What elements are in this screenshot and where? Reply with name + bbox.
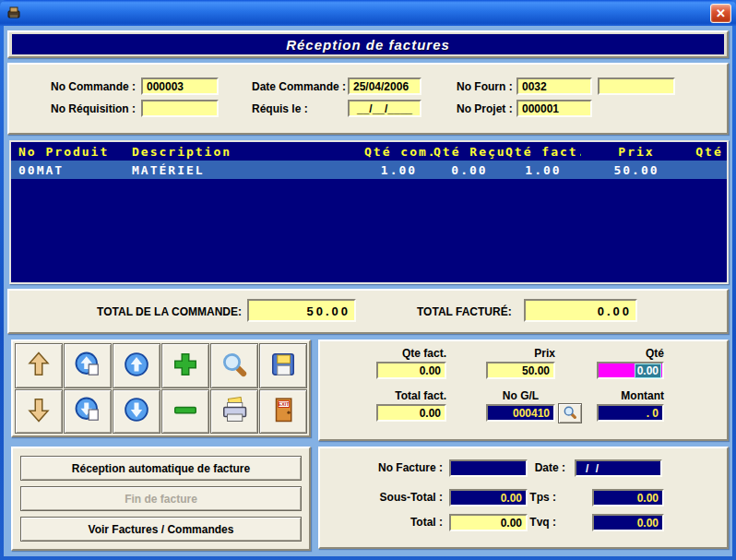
nav-up-button[interactable] bbox=[15, 343, 63, 388]
nav-down-button[interactable] bbox=[15, 389, 63, 435]
scroll-up-icon bbox=[123, 351, 150, 381]
qte-fact-field[interactable] bbox=[376, 362, 446, 379]
no-gl-label: No G/L bbox=[486, 389, 555, 402]
banner: Réception de factures bbox=[7, 30, 729, 58]
scroll-down-page-button[interactable] bbox=[64, 389, 112, 435]
scroll-down-icon bbox=[123, 396, 150, 426]
total-fact-field[interactable] bbox=[376, 404, 446, 422]
prix-label: Prix bbox=[486, 347, 555, 360]
actions: Réception automatique de facture Fin de … bbox=[11, 447, 311, 551]
date-commande-label: Date Commande : bbox=[252, 80, 346, 93]
col-qte-recue: Qté Reçue bbox=[433, 145, 505, 159]
search-icon bbox=[220, 351, 248, 381]
exit-icon: EXIT bbox=[269, 396, 297, 426]
cell-qte-com: 1.00 bbox=[364, 163, 433, 177]
page-title: Réception de factures bbox=[286, 37, 450, 53]
requis-le-label: Réquis le : bbox=[252, 102, 308, 115]
scroll-down-page-icon bbox=[74, 396, 101, 426]
search-button[interactable] bbox=[210, 343, 258, 388]
cell-qte-recue: 0.00 bbox=[433, 163, 505, 177]
cell-no-produit: 00MAT bbox=[11, 163, 125, 177]
invoice-summary: No Facture : Date : / / Sous-Total : 0.0… bbox=[318, 447, 729, 549]
save-button[interactable] bbox=[259, 343, 307, 388]
total-fact-label: Total fact. bbox=[376, 389, 446, 402]
save-icon bbox=[269, 351, 297, 381]
montant-field[interactable]: . 0 bbox=[597, 404, 664, 422]
total-commande-field[interactable] bbox=[247, 299, 356, 322]
scroll-up-button[interactable] bbox=[113, 343, 160, 388]
cell-prix: 50.00 bbox=[581, 163, 692, 177]
prix-field[interactable] bbox=[486, 362, 555, 379]
sous-total-label: Sous-Total : bbox=[338, 491, 443, 504]
invoice-date-label: Date : bbox=[519, 461, 565, 474]
svg-text:EXIT: EXIT bbox=[279, 401, 290, 407]
no-fourn-field[interactable] bbox=[516, 77, 592, 95]
toolbar: EXIT bbox=[11, 340, 311, 437]
voir-factures-button[interactable]: Voir Factures / Commandes bbox=[20, 517, 302, 542]
fin-facture-button: Fin de facture bbox=[20, 486, 302, 511]
close-icon: ✕ bbox=[716, 6, 726, 20]
line-detail: Qte fact. Prix Qté 0.00 Total fact. No G… bbox=[318, 340, 729, 441]
no-commande-field[interactable] bbox=[141, 77, 219, 95]
total-commande-label: TOTAL DE LA COMMANDE: bbox=[46, 305, 242, 318]
cell-description: MATÉRIEL bbox=[125, 163, 364, 177]
qte-selected-value: 0.00 bbox=[635, 364, 660, 377]
add-icon bbox=[172, 351, 199, 381]
qte-fact-label: Qte fact. bbox=[376, 347, 446, 360]
no-fourn-label: No Fourn : bbox=[457, 80, 513, 93]
col-qte: Qté bbox=[692, 145, 727, 159]
titlebar: ✕ bbox=[0, 0, 736, 26]
scroll-up-page-button[interactable] bbox=[64, 343, 112, 388]
total-facture-field[interactable] bbox=[524, 299, 637, 322]
client-area: Réception de factures No Commande : No R… bbox=[4, 26, 732, 556]
scroll-down-button[interactable] bbox=[113, 389, 160, 435]
fourn-name-field[interactable] bbox=[598, 77, 675, 95]
close-button[interactable]: ✕ bbox=[710, 4, 731, 23]
no-requisition-label: No Réquisition : bbox=[51, 102, 136, 115]
cell-qte-fact: 1.00 bbox=[505, 163, 581, 177]
col-description: Description bbox=[125, 145, 364, 159]
table-row[interactable]: 00MAT MATÉRIEL 1.00 0.00 1.00 50.00 bbox=[11, 161, 727, 179]
no-requisition-field[interactable] bbox=[141, 100, 219, 117]
auto-reception-button[interactable]: Réception automatique de facture bbox=[20, 456, 302, 481]
col-prix: Prix bbox=[581, 145, 692, 159]
no-facture-field[interactable] bbox=[449, 459, 528, 477]
down-arrow-icon bbox=[25, 396, 53, 426]
up-arrow-icon bbox=[25, 351, 53, 381]
date-commande-field[interactable] bbox=[348, 77, 421, 95]
app-icon bbox=[6, 5, 22, 21]
tps-field[interactable]: 0.00 bbox=[592, 489, 664, 506]
col-qte-fact: Qté fact. bbox=[505, 145, 581, 159]
requis-le-field[interactable] bbox=[348, 100, 421, 117]
no-projet-label: No Projet : bbox=[457, 102, 513, 115]
gl-search-button[interactable] bbox=[558, 403, 582, 423]
gl-search-icon bbox=[562, 405, 578, 423]
remove-button[interactable] bbox=[161, 389, 209, 435]
tvq-field[interactable]: 0.00 bbox=[592, 514, 664, 531]
banner-strip: Réception de factures bbox=[12, 34, 724, 54]
qte-field[interactable]: 0.00 bbox=[597, 362, 664, 379]
col-qte-com: Qté com. bbox=[364, 145, 433, 159]
no-projet-field[interactable] bbox=[516, 100, 592, 117]
no-gl-field[interactable]: 000410 bbox=[486, 404, 555, 422]
tvq-label: Tvq : bbox=[510, 516, 556, 529]
col-no-produit: No Produit bbox=[11, 145, 125, 159]
invoice-date-field[interactable]: / / bbox=[575, 459, 662, 477]
app-window: ✕ Réception de factures No Commande : No… bbox=[0, 0, 736, 560]
products-grid: No Produit Description Qté com. Qté Reçu… bbox=[9, 140, 729, 284]
total-facture-label: TOTAL FACTURÉ: bbox=[417, 305, 512, 318]
print-button[interactable] bbox=[210, 389, 258, 435]
total-label: Total : bbox=[338, 516, 443, 529]
grid-header: No Produit Description Qté com. Qté Reçu… bbox=[11, 142, 727, 161]
remove-icon bbox=[172, 396, 199, 426]
montant-label: Montant bbox=[597, 389, 664, 402]
exit-button[interactable]: EXIT bbox=[259, 389, 307, 435]
qte-label: Qté bbox=[597, 347, 664, 360]
no-facture-label: No Facture : bbox=[338, 461, 443, 474]
order-form: No Commande : No Réquisition : Date Comm… bbox=[7, 63, 729, 135]
totals-bar: TOTAL DE LA COMMANDE: TOTAL FACTURÉ: bbox=[7, 289, 729, 334]
print-icon bbox=[220, 396, 248, 426]
add-button[interactable] bbox=[161, 343, 209, 388]
scroll-up-page-icon bbox=[74, 351, 101, 381]
no-commande-label: No Commande : bbox=[51, 80, 136, 93]
